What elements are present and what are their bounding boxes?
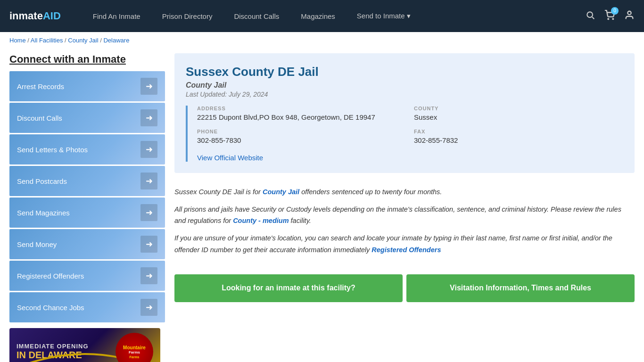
content-area: Sussex County DE Jail County Jail Last U…	[174, 53, 635, 362]
sidebar-item-registered-offenders[interactable]: Registered Offenders ➜	[9, 261, 165, 291]
phone-block: PHONE 302-855-7830	[197, 129, 406, 144]
sidebar-menu: Arrest Records ➜ Discount Calls ➜ Send L…	[9, 71, 165, 322]
logo[interactable]: inmateAID	[9, 10, 61, 22]
svg-point-4	[627, 11, 631, 14]
action-buttons: Looking for an inmate at this facility? …	[174, 274, 635, 302]
nav-discount-calls[interactable]: Discount Calls	[225, 12, 288, 20]
arrow-icon: ➜	[140, 299, 157, 316]
ad-banner[interactable]: IMMEDIATE OPENING IN DELAWARE Mountaire …	[9, 328, 160, 362]
registered-offenders-link[interactable]: Registered Offenders	[372, 246, 441, 254]
arrow-icon: ➜	[140, 173, 157, 189]
sidebar-item-send-magazines[interactable]: Send Magazines ➜	[9, 197, 165, 228]
arrow-icon: ➜	[140, 267, 157, 284]
description-para3: If you are unsure of your inmate's locat…	[174, 232, 635, 255]
facility-type: County Jail	[186, 81, 623, 90]
user-icon[interactable]	[624, 10, 635, 23]
main-nav: Find An Inmate Prison Directory Discount…	[84, 12, 571, 20]
svg-point-3	[612, 18, 613, 19]
svg-point-2	[608, 18, 609, 19]
breadcrumb-state[interactable]: Delaware	[103, 37, 129, 44]
facility-updated: Last Updated: July 29, 2024	[186, 90, 623, 98]
nav-send-to-inmate[interactable]: Send to Inmate ▾	[348, 12, 419, 20]
arrow-icon: ➜	[140, 141, 157, 158]
svg-line-1	[592, 17, 594, 19]
search-icon[interactable]	[586, 10, 595, 22]
website-row: View Official Website	[197, 154, 623, 162]
official-website-link[interactable]: View Official Website	[197, 154, 263, 162]
arrow-icon: ➜	[140, 204, 157, 221]
description-para2: All prisons and jails have Security or C…	[174, 204, 635, 227]
visitation-info-button[interactable]: Visitation Information, Times and Rules	[406, 274, 635, 302]
breadcrumb-all-facilities[interactable]: All Facilities	[31, 37, 63, 44]
main-layout: Connect with an Inmate Arrest Records ➜ …	[0, 49, 644, 362]
sidebar-title: Connect with an Inmate	[9, 53, 165, 66]
sidebar-item-send-letters[interactable]: Send Letters & Photos ➜	[9, 134, 165, 165]
sidebar-item-discount-calls[interactable]: Discount Calls ➜	[9, 103, 165, 133]
cart-icon[interactable]: 0	[604, 10, 615, 23]
sidebar-item-arrest-records[interactable]: Arrest Records ➜	[9, 71, 165, 101]
sidebar-item-send-money[interactable]: Send Money ➜	[9, 229, 165, 259]
description-para1: Sussex County DE Jail is for County Jail…	[174, 186, 635, 198]
nav-find-inmate[interactable]: Find An Inmate	[84, 12, 149, 20]
sidebar-item-second-chance-jobs[interactable]: Second Chance Jobs ➜	[9, 292, 165, 322]
fax-block: FAX 302-855-7832	[414, 129, 623, 144]
county-jail-link[interactable]: County Jail	[263, 188, 299, 196]
facility-title: Sussex County DE Jail	[186, 65, 623, 79]
county-block: COUNTY Sussex	[414, 106, 623, 121]
cart-count: 0	[611, 7, 619, 15]
site-header: inmateAID Find An Inmate Prison Director…	[0, 0, 644, 32]
description-area: Sussex County DE Jail is for County Jail…	[174, 181, 635, 267]
arrow-icon: ➜	[140, 236, 157, 253]
header-icons: 0	[586, 10, 635, 23]
facility-details: ADDRESS 22215 Dupont Blvd,PO Box 948, Ge…	[186, 106, 623, 162]
address-block: ADDRESS 22215 Dupont Blvd,PO Box 948, Ge…	[197, 106, 406, 121]
find-inmate-button[interactable]: Looking for an inmate at this facility?	[174, 274, 403, 302]
svg-point-0	[587, 12, 593, 17]
arrow-icon: ➜	[140, 78, 157, 95]
facility-card: Sussex County DE Jail County Jail Last U…	[174, 53, 635, 173]
breadcrumb-county-jail[interactable]: County Jail	[68, 37, 98, 44]
breadcrumb: Home / All Facilities / County Jail / De…	[0, 32, 644, 49]
ad-logo: Mountaire Farms Farms	[116, 333, 153, 362]
nav-magazines[interactable]: Magazines	[292, 12, 344, 20]
nav-prison-directory[interactable]: Prison Directory	[154, 12, 221, 20]
county-medium-link[interactable]: County - medium	[233, 217, 289, 224]
sidebar-item-send-postcards[interactable]: Send Postcards ➜	[9, 166, 165, 196]
arrow-icon: ➜	[140, 109, 157, 126]
sidebar: Connect with an Inmate Arrest Records ➜ …	[9, 53, 165, 362]
breadcrumb-home[interactable]: Home	[9, 37, 26, 44]
